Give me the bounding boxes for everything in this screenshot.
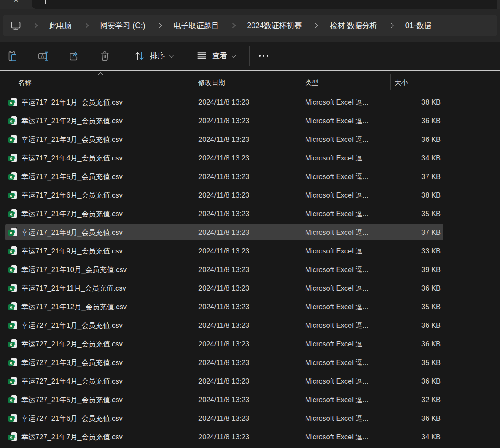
chevron-right-icon[interactable] xyxy=(313,23,318,28)
this-pc-icon[interactable] xyxy=(6,17,25,34)
breadcrumb-item-label[interactable]: 网安学习 (G:) xyxy=(97,17,149,34)
excel-csv-file-icon: a X xyxy=(8,209,17,219)
file-size: 36 KB xyxy=(390,135,448,144)
file-modified-date: 2024/11/8 13:23 xyxy=(195,414,302,422)
chevron-right-icon[interactable] xyxy=(83,23,88,28)
file-size: 34 KB xyxy=(390,154,448,162)
delete-button[interactable] xyxy=(94,46,115,65)
excel-csv-file-icon: a X xyxy=(8,321,17,330)
file-row[interactable]: a X 幸运717_21年1月_会员充值.csv 2024/11/8 13:23… xyxy=(0,93,500,112)
sort-label: 排序 xyxy=(150,51,165,61)
file-row[interactable]: a X 幸运717_21年7月_会员充值.csv 2024/11/8 13:23… xyxy=(0,205,500,223)
file-type: Microsoft Excel 逗... xyxy=(302,284,390,293)
file-row[interactable]: a X 幸运727_21年5月_会员充值.csv 2024/11/8 13:23… xyxy=(0,390,500,409)
file-modified-date: 2024/11/8 13:23 xyxy=(195,173,302,181)
view-label: 查看 xyxy=(212,51,227,61)
file-list: 名称 修改日期 类型 大小 a X 幸运717_21年1月_会员充值.csv 2… xyxy=(0,71,500,448)
breadcrumb-item-label[interactable]: 电子取证题目 xyxy=(170,17,223,34)
file-modified-date: 2024/11/8 13:23 xyxy=(195,247,302,255)
breadcrumb-item-label[interactable]: 01-数据 xyxy=(402,17,435,34)
command-toolbar: A xyxy=(0,42,500,70)
breadcrumb-item[interactable]: 2024数证杯初赛 xyxy=(223,17,305,34)
file-modified-date: 2024/11/8 13:23 xyxy=(195,98,302,106)
excel-csv-file-icon: a X xyxy=(8,228,17,237)
chevron-right-icon[interactable] xyxy=(32,23,37,28)
column-header-size[interactable]: 大小 xyxy=(390,78,448,93)
breadcrumb-item-label[interactable]: 此电脑 xyxy=(46,17,76,34)
file-type: Microsoft Excel 逗... xyxy=(302,358,390,368)
column-header-type[interactable]: 类型 xyxy=(302,78,390,93)
file-row[interactable]: a X 幸运717_21年2月_会员充值.csv 2024/11/8 13:23… xyxy=(0,112,500,130)
file-row[interactable]: a X 幸运717_21年5月_会员充值.csv 2024/11/8 13:23… xyxy=(0,167,500,186)
file-row[interactable]: a X 幸运717_21年11月_会员充值.csv 2024/11/8 13:2… xyxy=(0,279,500,298)
file-type: Microsoft Excel 逗... xyxy=(302,191,390,200)
breadcrumb-item[interactable]: 01-数据 xyxy=(381,17,435,34)
excel-csv-file-icon: a X xyxy=(8,191,17,200)
file-name: 幸运717_21年6月_会员充值.csv xyxy=(21,191,123,200)
file-type: Microsoft Excel 逗... xyxy=(302,377,390,386)
toolbar-separator xyxy=(249,46,250,66)
column-divider[interactable] xyxy=(448,74,448,90)
breadcrumb-item[interactable]: 此电脑 xyxy=(25,17,76,34)
file-modified-date: 2024/11/8 13:23 xyxy=(195,284,302,292)
file-row[interactable]: a X 幸运717_21年3月_会员充值.csv 2024/11/8 13:23… xyxy=(0,130,500,149)
column-divider[interactable] xyxy=(302,74,302,90)
file-size: 36 KB xyxy=(390,414,448,422)
file-row[interactable]: a X 幸运727_21年1月_会员充值.csv 2024/11/8 13:23… xyxy=(0,316,500,335)
sort-button[interactable]: 排序 xyxy=(128,46,178,65)
column-divider[interactable] xyxy=(195,74,195,90)
breadcrumb-item[interactable]: 检材 数据分析 xyxy=(305,17,381,34)
excel-csv-file-icon: a X xyxy=(8,302,17,312)
rename-icon: A xyxy=(38,50,49,62)
file-row[interactable]: a X 幸运717_21年9月_会员充值.csv 2024/11/8 13:23… xyxy=(0,242,500,260)
column-divider[interactable] xyxy=(390,74,391,90)
chevron-right-icon[interactable] xyxy=(389,23,393,28)
breadcrumb-item[interactable]: 网安学习 (G:) xyxy=(76,17,149,34)
chevron-down-icon xyxy=(169,53,174,58)
column-header-date[interactable]: 修改日期 xyxy=(195,78,302,93)
file-modified-date: 2024/11/8 13:23 xyxy=(195,321,302,330)
view-button[interactable]: 查看 xyxy=(191,46,240,65)
active-tab[interactable] xyxy=(32,0,497,9)
file-row[interactable]: a X 幸运717_21年12月_会员充值.csv 2024/11/8 13:2… xyxy=(0,298,500,316)
file-size: 35 KB xyxy=(390,358,448,367)
file-name: 幸运727_21年5月_会员充值.csv xyxy=(21,395,123,405)
file-type: Microsoft Excel 逗... xyxy=(302,172,390,182)
file-row[interactable]: a X 幸运717_21年4月_会员充值.csv 2024/11/8 13:23… xyxy=(0,149,500,167)
file-row[interactable]: a X 幸运727_21年4月_会员充值.csv 2024/11/8 13:23… xyxy=(0,372,500,390)
file-name: 幸运717_21年12月_会员充值.csv xyxy=(21,302,127,312)
excel-csv-file-icon: a X xyxy=(8,432,17,442)
share-icon xyxy=(68,50,80,62)
excel-csv-file-icon: a X xyxy=(8,154,17,163)
excel-csv-file-icon: a X xyxy=(8,98,17,107)
file-row[interactable]: a X 幸运717_21年10月_会员充值.csv 2024/11/8 13:2… xyxy=(0,260,500,279)
file-name: 幸运717_21年3月_会员充值.csv xyxy=(21,135,123,144)
see-more-button[interactable] xyxy=(253,46,274,65)
share-button[interactable] xyxy=(64,46,84,65)
close-icon[interactable]: ✕ xyxy=(12,0,20,4)
breadcrumb-item[interactable]: 电子取证题目 xyxy=(149,17,223,34)
file-row[interactable]: a X 幸运727_21年6月_会员充值.csv 2024/11/8 13:23… xyxy=(0,409,500,428)
file-row[interactable]: a X 幸运727_21年3月_会员充值.csv 2024/11/8 13:23… xyxy=(0,353,500,372)
excel-csv-file-icon: a X xyxy=(8,358,17,368)
file-size: 36 KB xyxy=(390,117,448,125)
file-row[interactable]: a X 幸运727_21年7月_会员充值.csv 2024/11/8 13:23… xyxy=(0,428,500,446)
file-type: Microsoft Excel 逗... xyxy=(302,209,390,219)
breadcrumb-item-label[interactable]: 检材 数据分析 xyxy=(326,17,381,34)
tab-strip: ✕ xyxy=(0,0,500,9)
breadcrumb-item-label[interactable]: 2024数证杯初赛 xyxy=(244,17,305,34)
svg-text:A: A xyxy=(41,54,44,59)
file-modified-date: 2024/11/8 13:23 xyxy=(195,135,302,144)
file-size: 33 KB xyxy=(390,247,448,255)
file-name: 幸运727_21年7月_会员充值.csv xyxy=(21,432,123,442)
file-row[interactable]: a X 幸运717_21年8月_会员充值.csv 2024/11/8 13:23… xyxy=(0,223,500,242)
file-row[interactable]: a X 幸运727_21年2月_会员充值.csv 2024/11/8 13:23… xyxy=(0,335,500,353)
chevron-right-icon[interactable] xyxy=(157,23,162,28)
chevron-right-icon[interactable] xyxy=(230,23,235,28)
file-row[interactable]: a X 幸运717_21年6月_会员充值.csv 2024/11/8 13:23… xyxy=(0,186,500,205)
paste-button[interactable] xyxy=(2,46,23,65)
excel-csv-file-icon: a X xyxy=(8,284,17,293)
rename-button[interactable]: A xyxy=(33,46,54,65)
tab-strip-edge xyxy=(497,0,500,9)
column-header-name[interactable]: 名称 xyxy=(0,78,195,93)
